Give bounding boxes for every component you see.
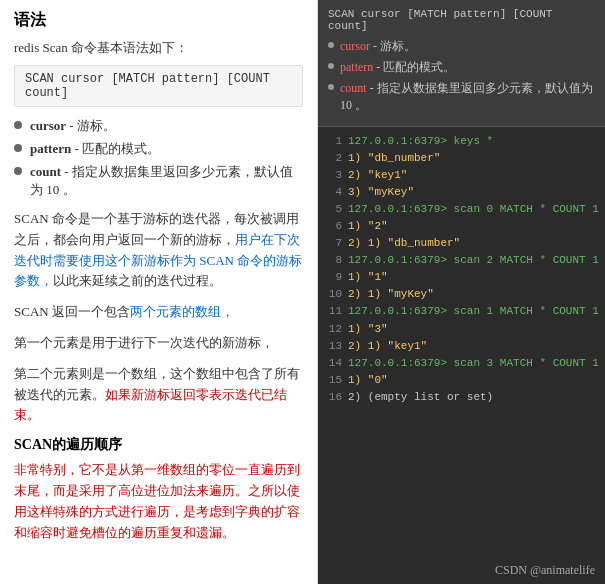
terminal-line: 61) "2" xyxy=(324,218,599,235)
line-content: 127.0.0.1:6379> scan 2 MATCH * COUNT 1 xyxy=(348,252,599,269)
line-number: 4 xyxy=(324,184,342,201)
line-number: 9 xyxy=(324,269,342,286)
subtitle: SCAN的遍历顺序 xyxy=(14,436,303,454)
para2-blue: 两个元素的数组， xyxy=(130,304,234,319)
line-number: 12 xyxy=(324,321,342,338)
terminal-line: 162) (empty list or set) xyxy=(324,389,599,406)
line-content: 1) "2" xyxy=(348,218,599,235)
right-dot-pattern xyxy=(328,63,334,69)
terminal-line: 11127.0.0.1:6379> scan 1 MATCH * COUNT 1 xyxy=(324,303,599,320)
terminal-line: 5127.0.0.1:6379> scan 0 MATCH * COUNT 1 xyxy=(324,201,599,218)
line-content: 1) "0" xyxy=(348,372,599,389)
watermark-text: CSDN @animatelife xyxy=(495,563,595,577)
line-number: 11 xyxy=(324,303,342,320)
line-number: 15 xyxy=(324,372,342,389)
right-bullet-count: count - 指定从数据集里返回多少元素，默认值为 10 。 xyxy=(328,80,595,114)
para2: SCAN 返回一个包含两个元素的数组， xyxy=(14,302,303,323)
terminal-area: 1127.0.0.1:6379> keys *21) "db_number"32… xyxy=(318,127,605,556)
line-number: 8 xyxy=(324,252,342,269)
right-pattern-text: pattern - 匹配的模式。 xyxy=(340,59,455,76)
line-content: 127.0.0.1:6379> scan 3 MATCH * COUNT 1 xyxy=(348,355,599,372)
terminal-line: 72) 1) "db_number" xyxy=(324,235,599,252)
bullet-count: count - 指定从数据集里返回多少元素，默认值为 10 。 xyxy=(14,163,303,199)
line-number: 7 xyxy=(324,235,342,252)
terminal-line: 132) 1) "key1" xyxy=(324,338,599,355)
special1: 非常特别，它不是从第一维数组的零位一直遍历到末尾，而是采用了高位进位加法来遍历。… xyxy=(14,460,303,543)
line-number: 5 xyxy=(324,201,342,218)
left-panel: 语法 redis Scan 命令基本语法如下： SCAN cursor [MAT… xyxy=(0,0,318,584)
terminal-line: 91) "1" xyxy=(324,269,599,286)
bullet-dot-cursor xyxy=(14,121,22,129)
bullet-cursor-text: cursor - 游标。 xyxy=(30,117,116,135)
right-panel: SCAN cursor [MATCH pattern] [COUNT count… xyxy=(318,0,605,584)
right-count-text: count - 指定从数据集里返回多少元素，默认值为 10 。 xyxy=(340,80,595,114)
terminal-line: 102) 1) "myKey" xyxy=(324,286,599,303)
para1-normal2: 以此来延续之前的迭代过程。 xyxy=(53,273,222,288)
terminal-line: 14127.0.0.1:6379> scan 3 MATCH * COUNT 1 xyxy=(324,355,599,372)
terminal-line: 43) "myKey" xyxy=(324,184,599,201)
para1: SCAN 命令是一个基于游标的迭代器，每次被调用之后，都会向用户返回一个新的游标… xyxy=(14,209,303,292)
line-number: 1 xyxy=(324,133,342,150)
terminal-line: 8127.0.0.1:6379> scan 2 MATCH * COUNT 1 xyxy=(324,252,599,269)
bullet-pattern: pattern - 匹配的模式。 xyxy=(14,140,303,158)
terminal-line: 21) "db_number" xyxy=(324,150,599,167)
line-number: 13 xyxy=(324,338,342,355)
bullet-dot-count xyxy=(14,167,22,175)
line-content: 1) "3" xyxy=(348,321,599,338)
line-content: 2) "key1" xyxy=(348,167,599,184)
right-syntax-line: SCAN cursor [MATCH pattern] [COUNT count… xyxy=(328,8,595,32)
line-number: 14 xyxy=(324,355,342,372)
right-dot-count xyxy=(328,84,334,90)
line-number: 10 xyxy=(324,286,342,303)
bullet-list: cursor - 游标。 pattern - 匹配的模式。 count - 指定… xyxy=(14,117,303,199)
line-number: 16 xyxy=(324,389,342,406)
para4: 第二个元素则是一个数组，这个数组中包含了所有被迭代的元素。如果新游标返回零表示迭… xyxy=(14,364,303,426)
terminal-line: 32) "key1" xyxy=(324,167,599,184)
bullet-pattern-text: pattern - 匹配的模式。 xyxy=(30,140,160,158)
line-content: 127.0.0.1:6379> scan 1 MATCH * COUNT 1 xyxy=(348,303,599,320)
line-number: 3 xyxy=(324,167,342,184)
line-content: 127.0.0.1:6379> keys * xyxy=(348,133,599,150)
line-content: 3) "myKey" xyxy=(348,184,599,201)
bullet-count-text: count - 指定从数据集里返回多少元素，默认值为 10 。 xyxy=(30,163,303,199)
line-content: 2) 1) "db_number" xyxy=(348,235,599,252)
line-content: 2) 1) "myKey" xyxy=(348,286,599,303)
terminal-line: 121) "3" xyxy=(324,321,599,338)
line-number: 2 xyxy=(324,150,342,167)
bullet-cursor: cursor - 游标。 xyxy=(14,117,303,135)
terminal-line: 151) "0" xyxy=(324,372,599,389)
right-top-section: SCAN cursor [MATCH pattern] [COUNT count… xyxy=(318,0,605,127)
right-bullet-cursor: cursor - 游标。 xyxy=(328,38,595,55)
right-bullet-pattern: pattern - 匹配的模式。 xyxy=(328,59,595,76)
bullet-dot-pattern xyxy=(14,144,22,152)
para2-normal: SCAN 返回一个包含 xyxy=(14,304,130,319)
terminal-line: 1127.0.0.1:6379> keys * xyxy=(324,133,599,150)
para3: 第一个元素是用于进行下一次迭代的新游标， xyxy=(14,333,303,354)
section-title: 语法 xyxy=(14,10,303,31)
watermark-area: CSDN @animatelife xyxy=(318,556,605,584)
line-content: 2) 1) "key1" xyxy=(348,338,599,355)
intro-text: redis Scan 命令基本语法如下： xyxy=(14,39,303,57)
line-content: 1) "1" xyxy=(348,269,599,286)
line-content: 1) "db_number" xyxy=(348,150,599,167)
right-cursor-text: cursor - 游标。 xyxy=(340,38,416,55)
line-content: 127.0.0.1:6379> scan 0 MATCH * COUNT 1 xyxy=(348,201,599,218)
syntax-code: SCAN cursor [MATCH pattern] [COUNT count… xyxy=(14,65,303,107)
line-number: 6 xyxy=(324,218,342,235)
right-dot-cursor xyxy=(328,42,334,48)
line-content: 2) (empty list or set) xyxy=(348,389,599,406)
